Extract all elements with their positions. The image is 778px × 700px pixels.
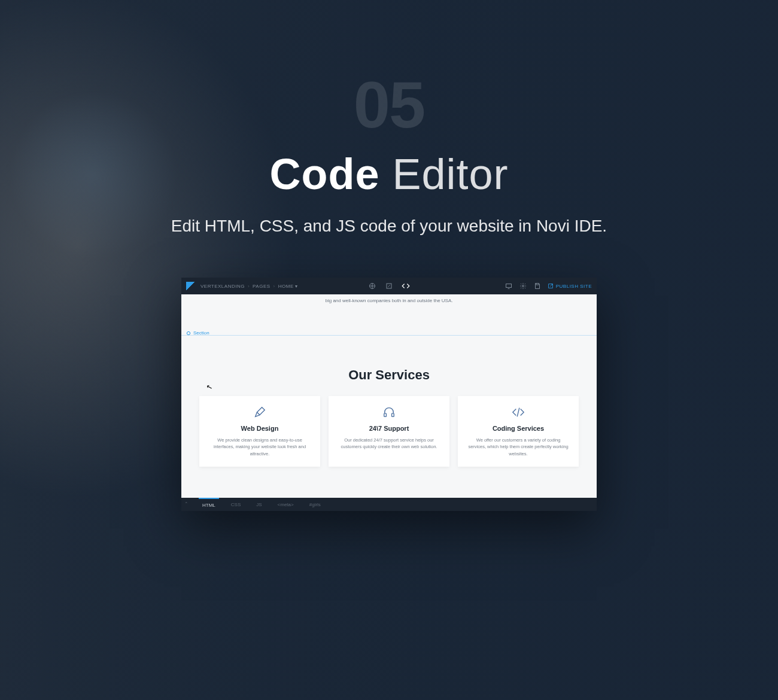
breadcrumb-pages[interactable]: PAGES <box>253 284 270 289</box>
tab-js[interactable]: JS <box>253 498 265 511</box>
breadcrumb-separator: › <box>273 284 275 289</box>
headphones-icon <box>335 404 443 420</box>
ide-bottom-bar: ˄ HTML CSS JS <meta> #girls <box>181 498 597 511</box>
top-mode-switcher <box>368 282 410 290</box>
section-tag[interactable]: Section <box>186 330 209 336</box>
title-bold-part: Code <box>269 150 379 198</box>
svg-rect-7 <box>384 413 387 417</box>
section-subtitle: Edit HTML, CSS, and JS code of your webs… <box>45 217 734 236</box>
svg-point-6 <box>187 331 190 334</box>
settings-gear-icon[interactable] <box>519 282 527 290</box>
card-title: Web Design <box>205 425 314 432</box>
hero-section: 05 Code Editor Edit HTML, CSS, and JS co… <box>45 0 734 511</box>
card-title: 24\7 Support <box>335 425 443 432</box>
svg-rect-8 <box>392 413 394 417</box>
card-title: Coding Services <box>464 425 573 432</box>
card-body: We provide clean designs and easy-to-use… <box>205 437 314 457</box>
tab-html[interactable]: HTML <box>199 498 219 511</box>
ide-window: VERTEXLANDING › PAGES › HOME ▾ <box>181 278 597 511</box>
service-card-support[interactable]: 24\7 Support Our dedicated 24/7 support … <box>329 396 449 467</box>
novi-logo-icon <box>186 282 194 290</box>
section-tag-label: Section <box>193 330 209 336</box>
cursor-icon: ↖ <box>205 382 213 392</box>
breadcrumb-separator: › <box>248 284 250 289</box>
title-light-part: Editor <box>392 150 508 198</box>
section-outline <box>181 335 597 336</box>
code-brackets-icon <box>464 404 573 420</box>
svg-point-3 <box>522 285 524 287</box>
section-number: 05 <box>45 72 734 138</box>
desktop-view-icon[interactable] <box>505 282 513 290</box>
svg-rect-2 <box>506 284 511 288</box>
service-card-coding[interactable]: Coding Services We offer our customers a… <box>458 396 579 467</box>
preview-mode-icon[interactable] <box>368 282 376 290</box>
service-cards-row: Web Design We provide clean designs and … <box>199 396 579 467</box>
services-heading: Our Services <box>181 367 597 383</box>
tab-meta[interactable]: <meta> <box>274 498 297 511</box>
tab-selector[interactable]: #girls <box>306 498 324 511</box>
save-icon[interactable] <box>533 282 542 290</box>
code-mode-icon[interactable] <box>402 282 410 290</box>
brush-icon <box>205 404 314 420</box>
publish-label: PUBLISH SITE <box>556 284 592 289</box>
section-title: Code Editor <box>45 150 734 199</box>
edit-mode-icon[interactable] <box>385 282 393 290</box>
canvas-paragraph-fragment: big and well-known companies both in and… <box>181 298 597 303</box>
top-right-tools: PUBLISH SITE <box>505 282 592 290</box>
publish-site-button[interactable]: PUBLISH SITE <box>548 283 592 289</box>
card-body: We offer our customers a variety of codi… <box>464 437 573 457</box>
service-card-web-design[interactable]: Web Design We provide clean designs and … <box>199 396 320 467</box>
svg-rect-4 <box>536 284 539 285</box>
card-body: Our dedicated 24/7 support service helps… <box>335 437 443 451</box>
ide-top-bar: VERTEXLANDING › PAGES › HOME ▾ <box>181 278 597 294</box>
tab-css[interactable]: CSS <box>227 498 244 511</box>
chevron-up-icon[interactable]: ˄ <box>185 501 188 507</box>
breadcrumb-root[interactable]: VERTEXLANDING <box>200 284 245 289</box>
ide-canvas[interactable]: big and well-known companies both in and… <box>181 294 597 498</box>
breadcrumb-leaf[interactable]: HOME ▾ <box>278 284 298 289</box>
